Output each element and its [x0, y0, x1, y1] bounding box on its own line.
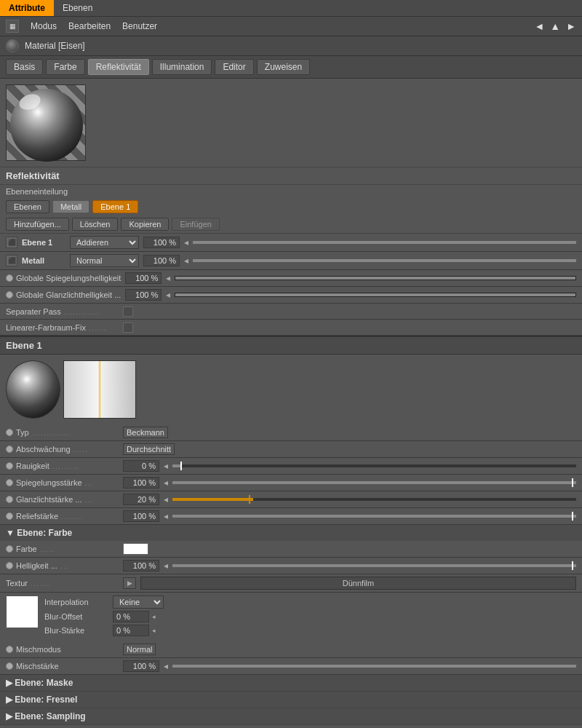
- glanzlichtstaerke-row: Glanzlichtstärke ... ... 20 % ◂: [0, 491, 582, 508]
- glanzlichtstaerke-slider-icon: ◂: [164, 494, 168, 505]
- mischstaerke-value: 100 %: [123, 660, 159, 672]
- mischstaerke-label: Mischstärke: [6, 662, 119, 670]
- tab-reflektivitaet[interactable]: Reflektivität: [88, 59, 149, 75]
- menu-bearbeiten[interactable]: Bearbeiten: [68, 21, 111, 31]
- linearer-farbraum-row: Linearer-Farbraum-Fix ......: [0, 320, 582, 336]
- radio-mischstaerke[interactable]: [6, 662, 13, 670]
- mischmodus-label: Mischmodus: [6, 645, 119, 654]
- tab-basis[interactable]: Basis: [6, 59, 43, 75]
- radio-glanzlichtstaerke[interactable]: [6, 496, 13, 503]
- layer-mode-metall[interactable]: Normal Addieren Multiplizieren: [70, 254, 139, 267]
- glanzlichtstaerke-label: Glanzlichtstärke ... ...: [6, 495, 119, 504]
- layer-slider-btn-ebene1[interactable]: ◂: [184, 237, 188, 248]
- mischmodus-value[interactable]: Normal: [123, 644, 156, 655]
- btn-kopieren[interactable]: Kopieren: [121, 218, 169, 231]
- mischstaerke-slider-icon: ◂: [164, 661, 168, 671]
- layer-mode-ebene1[interactable]: Addieren Normal Multiplizieren: [70, 236, 139, 249]
- tab-ebenen[interactable]: Ebenen: [54, 0, 101, 16]
- radio-helligkeit[interactable]: [6, 562, 13, 569]
- spiegelung-slider[interactable]: [175, 276, 576, 280]
- global-glanz-row: Globale Glanzlichthelligkeit ... 100 % ◂: [0, 287, 582, 304]
- radio-reliefstaerke[interactable]: [6, 513, 13, 520]
- btn-einfuegen: Einfügen: [172, 218, 219, 231]
- menu-modus[interactable]: Modus: [31, 21, 57, 31]
- tab-farbe[interactable]: Farbe: [46, 59, 84, 75]
- ebene-maske-header[interactable]: ▶ Ebene: Maske: [0, 675, 582, 691]
- ebenen-btn-ebenen[interactable]: Ebenen: [6, 200, 49, 213]
- mischstaerke-slider[interactable]: [172, 665, 576, 668]
- separater-pass-row: Separater Pass ............: [0, 304, 582, 320]
- helligkeit-label: Helligkeit ... ...: [6, 561, 119, 570]
- ebene1-gradient-preview: [63, 360, 136, 419]
- global-spiegelung-value: 100 %: [125, 272, 162, 284]
- ebene-sampling-header[interactable]: ▶ Ebene: Sampling: [0, 708, 582, 724]
- textur-row: Textur ....... ▶ Dünnfilm: [0, 574, 582, 593]
- layer-name-metall: Metall: [22, 256, 65, 265]
- glanz-slider[interactable]: [175, 293, 576, 297]
- helligkeit-slider[interactable]: [172, 564, 576, 567]
- farbe-row: Farbe .....: [0, 541, 582, 558]
- glanz-slider-icon: ◂: [166, 290, 170, 300]
- layer-slider-btn-metall[interactable]: ◂: [184, 256, 188, 266]
- reliefstaerke-label: Reliefstärke .......: [6, 512, 119, 521]
- spiegelung-slider-icon: ◂: [166, 273, 170, 283]
- tab-zuweisen[interactable]: Zuweisen: [257, 59, 310, 75]
- blur-offset-arrow[interactable]: ◂: [152, 613, 156, 620]
- blur-offset-row: Blur-Offset 0 % ◂: [44, 611, 576, 622]
- typ-dropdown[interactable]: Beckmann: [123, 427, 168, 438]
- spiegelungsstaerke-slider[interactable]: [172, 481, 576, 484]
- ebenen-btn-ebene1[interactable]: Ebene 1: [92, 200, 138, 213]
- ebene-sampling-title: ▶ Ebene: Sampling: [6, 711, 86, 721]
- radio-typ[interactable]: [6, 429, 13, 436]
- action-buttons-row: Hinzufügen... Löschen Kopieren Einfügen: [0, 215, 582, 234]
- ebene-fresnel-header[interactable]: ▶ Ebene: Fresnel: [0, 692, 582, 708]
- helligkeit-row: Helligkeit ... ... 100 % ◂: [0, 558, 582, 574]
- ebenen-btn-metall[interactable]: Metall: [52, 200, 89, 213]
- glanzlichtstaerke-slider[interactable]: [172, 498, 576, 501]
- nav-left-icon[interactable]: ◄: [534, 20, 544, 32]
- radio-mischmodus[interactable]: [6, 646, 13, 653]
- ebene-sampling-section: ▶ Ebene: Sampling: [0, 708, 582, 725]
- menu-icon-grid[interactable]: ▦: [6, 20, 19, 33]
- blur-staerke-arrow[interactable]: ◂: [152, 627, 156, 634]
- preview-sphere: [10, 89, 83, 162]
- btn-hinzufuegen[interactable]: Hinzufügen...: [6, 218, 69, 231]
- reliefstaerke-slider[interactable]: [172, 515, 576, 518]
- nav-up-icon[interactable]: ▲: [550, 20, 560, 32]
- radio-spiegelungsstaerke[interactable]: [6, 479, 13, 486]
- textur-toggle-btn[interactable]: ▶: [123, 577, 136, 589]
- radio-farbe[interactable]: [6, 545, 13, 553]
- layer-slider-ebene1[interactable]: [193, 241, 576, 244]
- rauigkeit-slider[interactable]: [172, 464, 576, 467]
- abschwachung-label: Abschwächung .....: [6, 445, 119, 454]
- linearer-farbraum-checkbox[interactable]: [123, 323, 133, 333]
- layer-slider-metall[interactable]: [193, 259, 576, 262]
- radio-rauigkeit[interactable]: [6, 462, 13, 470]
- layer-percent-metall: 100 %: [143, 255, 180, 266]
- textur-value[interactable]: Dünnfilm: [140, 577, 576, 590]
- tab-attribute[interactable]: Attribute: [0, 0, 54, 16]
- textur-label: Textur .......: [6, 579, 119, 587]
- radio-spiegelung[interactable]: [6, 274, 13, 282]
- tab-illumination[interactable]: Illumination: [152, 59, 212, 75]
- mischmodus-row: Mischmodus Normal: [0, 641, 582, 658]
- spiegelung-slider-container: [175, 276, 576, 280]
- tab-editor[interactable]: Editor: [215, 59, 253, 75]
- btn-loeschen[interactable]: Löschen: [72, 218, 119, 231]
- radio-abschwachung[interactable]: [6, 446, 13, 453]
- global-spiegelung-label: Globale Spiegelungshelligkeit: [6, 274, 121, 282]
- menu-benutzer[interactable]: Benutzer: [122, 21, 157, 31]
- abschwachung-dropdown[interactable]: Durchschnitt: [123, 443, 175, 455]
- spiegelungsstaerke-slider-icon: ◂: [164, 478, 168, 488]
- glanzlichtstaerke-value: 20 %: [123, 494, 159, 505]
- separater-pass-checkbox[interactable]: [123, 306, 133, 317]
- layer-icon-metall: ⬛: [6, 255, 17, 266]
- farbe-color-swatch[interactable]: [123, 543, 148, 555]
- nav-right-icon[interactable]: ►: [566, 20, 576, 32]
- radio-glanz[interactable]: [6, 291, 13, 298]
- ebene-maske-section: ▶ Ebene: Maske: [0, 675, 582, 692]
- blur-staerke-row: Blur-Stärke 0 % ◂: [44, 625, 576, 636]
- interpolation-dropdown[interactable]: Keine Linear: [113, 596, 164, 609]
- ebene-farbe-header[interactable]: ▼ Ebene: Farbe: [0, 525, 582, 541]
- interpolation-row: Interpolation Keine Linear: [44, 596, 576, 609]
